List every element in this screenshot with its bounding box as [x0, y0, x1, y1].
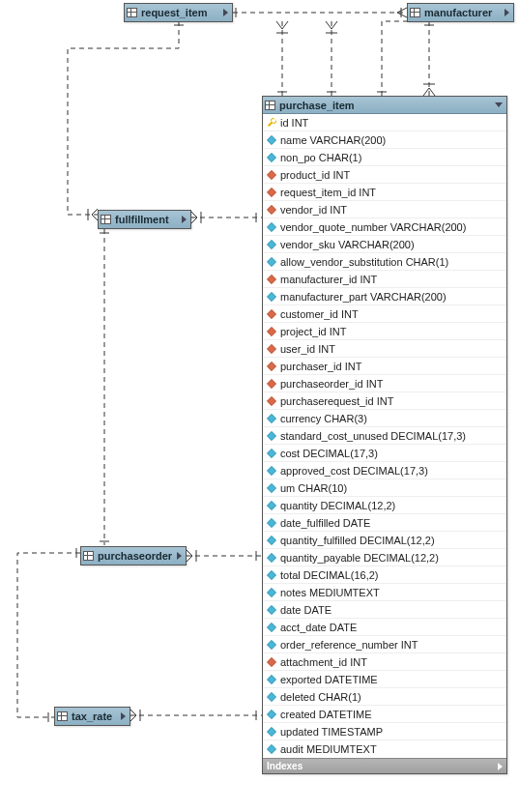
column-label: purchaseorder_id INT — [280, 378, 383, 390]
table-icon — [57, 711, 68, 721]
column-row[interactable]: name VARCHAR(200) — [263, 131, 506, 149]
column-row[interactable]: purchaserequest_id INT — [263, 392, 506, 410]
column-icon — [267, 222, 276, 232]
column-row[interactable]: manufacturer_id INT — [263, 271, 506, 288]
column-row[interactable]: total DECIMAL(16,2) — [263, 566, 506, 584]
column-row[interactable]: vendor_quote_number VARCHAR(200) — [263, 218, 506, 236]
table-icon — [265, 101, 275, 110]
column-row[interactable]: acct_date DATE — [263, 619, 506, 636]
column-row[interactable]: created DATETIME — [263, 706, 506, 723]
column-row[interactable]: product_id INT — [263, 166, 506, 184]
column-icon — [267, 466, 276, 476]
indexes-label: Indexes — [267, 761, 303, 771]
entity-purchase_item[interactable]: purchase_item id INTname VARCHAR(200)non… — [262, 96, 507, 774]
column-row[interactable]: vendor_sku VARCHAR(200) — [263, 236, 506, 253]
foreign-key-icon — [267, 379, 276, 389]
column-label: exported DATETIME — [280, 674, 378, 685]
indexes-section[interactable]: Indexes — [263, 758, 506, 773]
table-icon — [83, 551, 94, 561]
column-label: acct_date DATE — [280, 622, 357, 633]
column-row[interactable]: allow_vendor_substitution CHAR(1) — [263, 253, 506, 271]
column-label: order_reference_number INT — [280, 639, 418, 651]
foreign-key-icon — [267, 396, 276, 406]
column-row[interactable]: id INT — [263, 114, 506, 131]
column-row[interactable]: exported DATETIME — [263, 671, 506, 688]
entity-purchaseorder[interactable]: purchaseorder — [80, 546, 187, 566]
column-label: quantity_fulfilled DECIMAL(12,2) — [280, 535, 435, 546]
column-label: non_po CHAR(1) — [280, 152, 361, 163]
column-label: manufacturer_id INT — [280, 274, 377, 285]
column-row[interactable]: purchaseorder_id INT — [263, 375, 506, 392]
expand-icon[interactable] — [182, 216, 187, 223]
entity-title: request_item — [141, 7, 223, 18]
expand-icon[interactable] — [177, 552, 182, 560]
column-row[interactable]: date_fulfilled DATE — [263, 514, 506, 532]
table-icon — [410, 8, 420, 17]
column-label: created DATETIME — [280, 709, 372, 720]
column-row[interactable]: standard_cost_unused DECIMAL(17,3) — [263, 427, 506, 445]
column-row[interactable]: updated TIMESTAMP — [263, 723, 506, 740]
column-label: customer_id INT — [280, 308, 359, 320]
entity-title: manufacturer — [424, 7, 505, 18]
column-label: standard_cost_unused DECIMAL(17,3) — [280, 430, 466, 442]
column-label: manufacturer_part VARCHAR(200) — [280, 291, 447, 303]
column-label: total DECIMAL(16,2) — [280, 569, 378, 581]
collapse-icon[interactable] — [495, 102, 503, 107]
column-row[interactable]: non_po CHAR(1) — [263, 149, 506, 166]
column-icon — [267, 570, 276, 580]
column-row[interactable]: purchaser_id INT — [263, 358, 506, 375]
column-row[interactable]: user_id INT — [263, 340, 506, 358]
column-row[interactable]: audit MEDIUMTEXT — [263, 740, 506, 758]
column-row[interactable]: currency CHAR(3) — [263, 410, 506, 427]
expand-icon[interactable] — [223, 9, 228, 16]
column-row[interactable]: project_id INT — [263, 323, 506, 340]
column-label: allow_vendor_substitution CHAR(1) — [280, 256, 448, 268]
column-icon — [267, 292, 276, 302]
column-icon — [267, 692, 276, 702]
entity-tax_rate[interactable]: tax_rate — [54, 707, 130, 726]
entity-request_item[interactable]: request_item — [124, 3, 233, 22]
column-row[interactable]: um CHAR(10) — [263, 479, 506, 497]
entity-title: purchaseorder — [98, 550, 177, 562]
table-icon — [101, 215, 111, 224]
expand-icon[interactable] — [505, 9, 509, 16]
column-row[interactable]: deleted CHAR(1) — [263, 688, 506, 706]
column-icon — [267, 483, 276, 493]
column-icon — [267, 536, 276, 545]
column-row[interactable]: quantity_fulfilled DECIMAL(12,2) — [263, 532, 506, 549]
column-label: deleted CHAR(1) — [280, 691, 361, 703]
column-icon — [267, 588, 276, 597]
column-label: um CHAR(10) — [280, 482, 347, 494]
column-label: id INT — [280, 117, 308, 129]
foreign-key-icon — [267, 188, 276, 197]
entity-manufacturer[interactable]: manufacturer — [407, 3, 514, 22]
column-icon — [267, 727, 276, 737]
column-row[interactable]: date DATE — [263, 601, 506, 619]
column-row[interactable]: manufacturer_part VARCHAR(200) — [263, 288, 506, 305]
column-label: updated TIMESTAMP — [280, 726, 383, 738]
column-row[interactable]: attachment_id INT — [263, 653, 506, 671]
column-row[interactable]: quantity DECIMAL(12,2) — [263, 497, 506, 514]
column-row[interactable]: notes MEDIUMTEXT — [263, 584, 506, 601]
column-label: cost DECIMAL(17,3) — [280, 448, 378, 459]
column-label: attachment_id INT — [280, 656, 367, 668]
column-list: id INTname VARCHAR(200)non_po CHAR(1)pro… — [263, 114, 506, 758]
column-row[interactable]: approved_cost DECIMAL(17,3) — [263, 462, 506, 479]
foreign-key-icon — [267, 170, 276, 180]
foreign-key-icon — [267, 205, 276, 215]
foreign-key-icon — [267, 362, 276, 371]
expand-icon[interactable] — [498, 763, 503, 770]
column-row[interactable]: vendor_id INT — [263, 201, 506, 218]
column-icon — [267, 501, 276, 510]
column-label: notes MEDIUMTEXT — [280, 587, 380, 598]
column-row[interactable]: quantity_payable DECIMAL(12,2) — [263, 549, 506, 566]
column-row[interactable]: customer_id INT — [263, 305, 506, 323]
column-row[interactable]: request_item_id INT — [263, 184, 506, 201]
entity-fullfillment[interactable]: fullfillment — [98, 210, 191, 229]
column-label: quantity_payable DECIMAL(12,2) — [280, 552, 439, 564]
column-row[interactable]: cost DECIMAL(17,3) — [263, 445, 506, 462]
column-label: product_id INT — [280, 169, 350, 181]
column-icon — [267, 518, 276, 528]
column-row[interactable]: order_reference_number INT — [263, 636, 506, 653]
expand-icon[interactable] — [121, 712, 126, 720]
